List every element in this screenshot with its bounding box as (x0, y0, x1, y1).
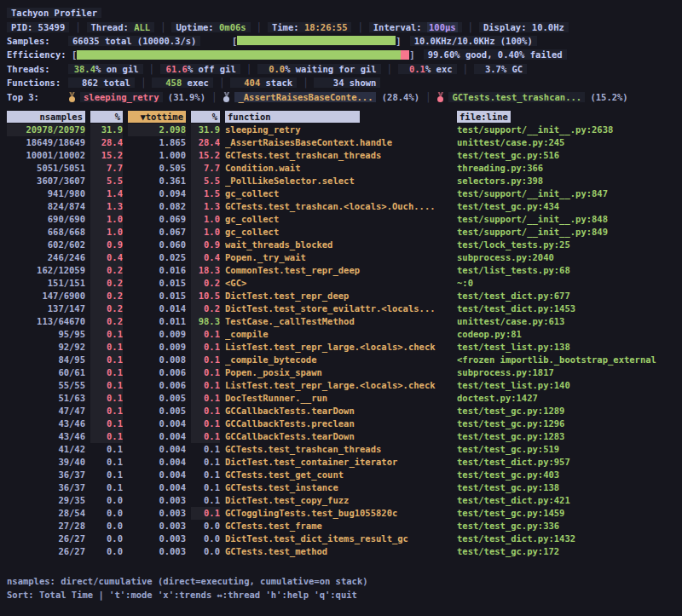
gold-medal-icon (68, 92, 76, 102)
display-label: Display: (483, 22, 532, 32)
file-line-cell: unittest/case.py:613 (457, 315, 675, 328)
table-row: 941/9801.40.0941.5gc_collecttest/support… (7, 187, 675, 200)
column-header-label-function: function (225, 111, 360, 123)
table-row: 3607/36075.50.3615.5_PollLikeSelector.se… (7, 175, 675, 187)
bar-close-bracket: ] (396, 36, 401, 46)
table-row: 47/470.10.0050.1GCCallbackTests.tearDown… (7, 405, 675, 417)
file-line-cell: test/test_gc.py:1296 (457, 417, 675, 430)
thread-label: Thread: (91, 22, 135, 32)
table-row: 29/350.00.0030.1DictTest.test_copy_fuzzt… (7, 494, 675, 507)
tottime-cell: 0.094 (128, 187, 186, 200)
file-line-cell: test/test_gc.py:138 (457, 481, 675, 494)
tottime-cell: 0.009 (128, 328, 186, 341)
tottime-cell: 0.006 (128, 379, 186, 392)
function-cell: DictTest.test_store_evilattr.<locals... (225, 302, 452, 315)
pct-cumulative-cell: 0.1 (191, 507, 220, 520)
function-stat: 34 shown (314, 78, 380, 88)
thread-stat: 0.1% exc (398, 64, 457, 74)
pct-cumulative-cell: 0.2 (191, 302, 220, 315)
pct-cumulative-cell: 0.0 (191, 520, 220, 533)
file-line-cell: test/test_gc.py:516 (457, 149, 675, 162)
table-row: 55/550.10.0060.1ListTest.test_repr_large… (7, 379, 675, 392)
file-line-cell: test/test_dict.py:421 (457, 494, 675, 507)
file-line-cell: test/test_gc.py:1283 (457, 430, 675, 443)
pct-direct-cell: 0.1 (90, 405, 123, 417)
efficiency-summary: 99.60% good, 0.40% failed (424, 49, 567, 60)
table-row: 10001/1000215.21.00015.2GCTests.test_tra… (7, 149, 675, 162)
function-cell: Condition.wait (225, 162, 452, 175)
thread-stat: 38.4% on gil (68, 64, 143, 74)
column-header-file-line[interactable]: file:line (457, 110, 675, 124)
file-line-cell: codeop.py:81 (457, 328, 675, 341)
nsamples-cell: 47/47 (7, 405, 85, 417)
pct-direct-cell: 1.3 (90, 200, 123, 213)
nsamples-cell: 602/602 (7, 239, 85, 251)
pct-cumulative-cell: 28.4 (191, 136, 220, 149)
tottime-cell: 0.004 (128, 417, 186, 430)
table-row: 18649/1864928.41.86528.4_AssertRaisesBas… (7, 136, 675, 149)
profiler-screen: Tachyon Profiler PID: 53499│Thread: ALL│… (0, 0, 682, 616)
top3-function-name: sleeping_retry (80, 92, 163, 102)
tottime-cell: 1.865 (128, 136, 186, 149)
pct-direct-cell: 0.1 (90, 366, 123, 379)
table-row: 151/1510.20.0150.2<GC>~:0 (7, 277, 675, 290)
bronze-medal-icon (436, 92, 444, 102)
tottime-cell: 0.003 (128, 520, 186, 533)
pct-direct-cell: 0.0 (90, 545, 123, 558)
function-stat-unit: total (98, 78, 130, 88)
footer-help-sort: Sort: Total Time | 't':mode 'x':trends ↔… (7, 588, 675, 602)
pid-value: 53499 (38, 22, 66, 32)
tottime-cell: 0.067 (128, 226, 186, 239)
file-line-cell: test/support/__init__.py:2638 (457, 124, 675, 136)
tottime-cell: 0.014 (128, 302, 186, 315)
nsamples-cell: 43/46 (7, 430, 85, 443)
pct-direct-cell: 0.1 (90, 430, 123, 443)
function-cell: _AssertRaisesBaseContext.handle (225, 136, 452, 149)
file-line-cell: test/test_gc.py:1459 (457, 507, 675, 520)
pct-direct-cell: 0.1 (90, 328, 123, 341)
pct-cumulative-cell: 0.1 (191, 328, 220, 341)
function-stat-value: 862 (72, 78, 98, 88)
table-row: 95/950.10.0090.1_compilecodeop.py:81 (7, 328, 675, 341)
pct-cumulative-cell: 15.2 (191, 149, 220, 162)
nsamples-cell: 51/63 (7, 392, 85, 405)
pct-direct-cell: 0.2 (90, 264, 123, 277)
time-value: 18:26:55 (304, 22, 348, 32)
table-row: 602/6020.90.0600.9wait_threads_blockedte… (7, 239, 675, 251)
column-header-pct-cumulative[interactable]: % (191, 110, 220, 124)
separator-icon: │ (257, 22, 262, 32)
pct-cumulative-cell: 0.1 (191, 354, 220, 366)
time-segment: Time: 18:26:55 (268, 22, 352, 32)
pct-direct-cell: 0.0 (90, 533, 123, 545)
nsamples-cell: 55/55 (7, 379, 85, 392)
pct-direct-cell: 0.2 (90, 315, 123, 328)
interval-label: Interval: (373, 22, 427, 32)
table-row: 824/8741.30.0821.3GCTests.test_trashcan.… (7, 200, 675, 213)
column-header-function[interactable]: function (225, 110, 452, 124)
separator-icon: │ (141, 78, 146, 88)
nsamples-cell: 28/54 (7, 507, 85, 520)
functions-stats: 862 total│458 exec│404 stack│34 shown (68, 78, 380, 88)
pid-segment: PID: 53499 (7, 22, 69, 32)
column-header-tottime[interactable]: ▼tottime (128, 110, 186, 124)
display-segment: Display: 10.0Hz (479, 22, 569, 32)
function-stat-value: 34 (318, 78, 344, 88)
pct-cumulative-cell: 0.1 (191, 430, 220, 443)
function-cell: GCTogglingTests.test_bug1055820c (225, 507, 452, 520)
pct-direct-cell: 1.0 (90, 226, 123, 239)
tottime-cell: 0.011 (128, 315, 186, 328)
pct-cumulative-cell: 0.0 (191, 545, 220, 558)
pct-direct-cell: 0.1 (90, 481, 123, 494)
footer-help-nsamples: nsamples: direct/cumulative (direct=exec… (7, 574, 675, 589)
file-line-cell: test/support/__init__.py:848 (457, 213, 675, 226)
nsamples-cell: 36/37 (7, 469, 85, 481)
separator-icon: │ (357, 22, 362, 32)
function-cell: Popen._posix_spawn (225, 366, 452, 379)
table-row: 5051/50517.70.5057.7Condition.waitthread… (7, 162, 675, 175)
column-header-pct-direct[interactable]: % (90, 110, 123, 124)
pct-direct-cell: 0.1 (90, 417, 123, 430)
function-cell: gc_collect (225, 213, 452, 226)
function-stat: 862 total (68, 78, 135, 88)
column-header-nsamples[interactable]: nsamples (7, 110, 85, 124)
thread-stat-unit: % on gil (95, 64, 139, 74)
